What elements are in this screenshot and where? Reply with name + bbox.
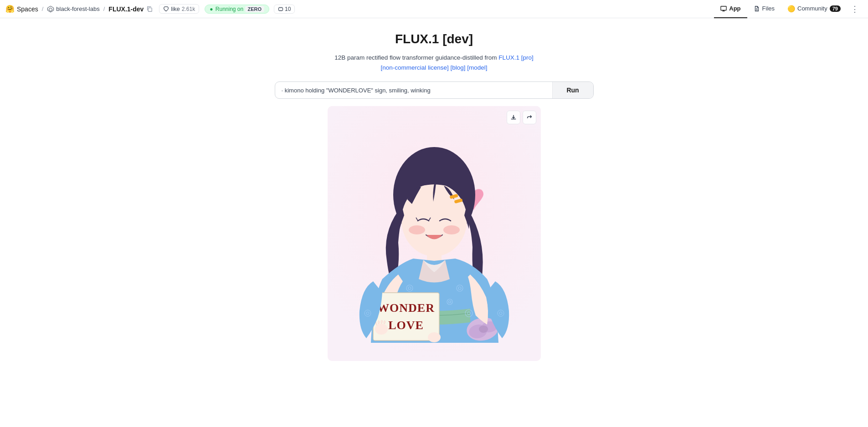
zero-tag: ZERO [245, 6, 265, 12]
svg-rect-2 [149, 8, 152, 11]
header-left: 🤗 Spaces / black-forest-labs / FLUX.1-de… [5, 4, 710, 14]
anime-illustration: WONDER LOVE [328, 106, 541, 361]
download-icon [510, 114, 517, 121]
description: 12B param rectified flow transformer gui… [334, 53, 534, 72]
gpu-badge: 10 [274, 5, 295, 14]
spaces-label: Spaces [17, 5, 38, 13]
blog-link[interactable]: [blog] [451, 64, 466, 71]
spaces-logo[interactable]: 🤗 Spaces [5, 5, 38, 13]
tab-app-label: App [729, 5, 740, 12]
prompt-bar: Run [275, 81, 594, 99]
running-badge: ● Running on ZERO [205, 5, 269, 14]
flux-pro-link[interactable]: FLUX.1 [pro] [498, 54, 534, 61]
svg-point-18 [479, 325, 488, 333]
org-name: black-forest-labs [56, 5, 99, 12]
tab-community[interactable]: 🟡 Community 79 [781, 0, 847, 18]
tab-files[interactable]: Files [747, 0, 781, 18]
license-link[interactable]: [non-commercial license] [380, 64, 448, 71]
download-button[interactable] [507, 111, 520, 124]
svg-text:LOVE: LOVE [388, 319, 424, 332]
more-icon: ⋮ [851, 4, 859, 14]
tab-app[interactable]: App [714, 0, 747, 18]
gpu-icon [278, 6, 283, 12]
svg-point-51 [428, 332, 441, 342]
breadcrumb-sep-2: / [103, 5, 105, 12]
running-dot: ● [210, 6, 213, 12]
run-button[interactable]: Run [552, 82, 593, 98]
share-button[interactable] [523, 111, 536, 124]
repo-name: FLUX.1-dev [108, 5, 144, 13]
prompt-input[interactable] [275, 82, 552, 98]
like-count: 2.61k [182, 6, 195, 12]
main-content: FLUX.1 [dev] 12B param rectified flow tr… [229, 18, 639, 379]
tab-community-label: Community [797, 5, 827, 12]
heart-icon [163, 6, 169, 12]
files-icon [754, 5, 760, 12]
breadcrumb-sep-1: / [42, 5, 44, 12]
copy-button[interactable] [146, 6, 153, 12]
header-nav: App Files 🟡 Community 79 ⋮ [714, 0, 863, 18]
more-button[interactable]: ⋮ [847, 4, 863, 14]
generated-image-container: WONDER LOVE [328, 106, 541, 361]
svg-rect-4 [721, 6, 726, 10]
org-icon [47, 5, 54, 13]
spaces-emoji: 🤗 [5, 5, 15, 13]
svg-marker-1 [49, 8, 52, 11]
share-icon [526, 114, 533, 121]
svg-text:WONDER: WONDER [377, 301, 435, 315]
app-icon [720, 5, 727, 12]
tab-files-label: Files [762, 5, 775, 12]
community-count: 79 [830, 5, 841, 12]
copy-icon [146, 6, 153, 12]
svg-rect-3 [279, 8, 283, 10]
svg-point-12 [409, 225, 425, 234]
svg-point-13 [443, 225, 460, 234]
model-link[interactable]: [model] [467, 64, 487, 71]
like-button[interactable]: like 2.61k [159, 4, 199, 14]
image-actions [507, 111, 536, 124]
like-label: like [171, 5, 180, 12]
community-emoji: 🟡 [787, 5, 795, 12]
app-header: 🤗 Spaces / black-forest-labs / FLUX.1-de… [0, 0, 868, 18]
running-label: Running on [216, 6, 243, 12]
page-title: FLUX.1 [dev] [395, 32, 473, 46]
org-link[interactable]: black-forest-labs [47, 5, 99, 13]
gpu-count: 10 [285, 6, 291, 12]
description-prefix: 12B param rectified flow transformer gui… [334, 54, 498, 61]
